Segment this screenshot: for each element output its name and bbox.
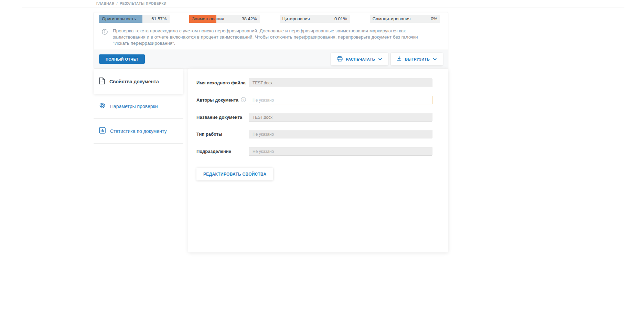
bar-chart-icon — [99, 127, 106, 135]
export-button-label: ВЫГРУЗИТЬ — [405, 57, 430, 61]
print-button[interactable]: РАСПЕЧАТАТЬ — [331, 53, 388, 65]
breadcrumb-current: РЕЗУЛЬТАТЫ ПРОВЕРКИ — [120, 2, 167, 6]
source-file-name-label: Имя исходного файла — [196, 80, 249, 85]
tab-label: Статистика по документу — [110, 128, 167, 134]
stat-label: Оригинальность — [99, 16, 136, 21]
summary-actions: ПОЛНЫЙ ОТЧЕТ РАСПЕЧАТАТЬ ВЫГРУЗИТЬ — [94, 50, 448, 68]
breadcrumb: ГЛАВНАЯ/РЕЗУЛЬТАТЫ ПРОВЕРКИ — [96, 2, 167, 6]
document-title-label: Название документа — [196, 115, 249, 120]
form-row: Подразделение — [196, 147, 432, 156]
full-report-button[interactable]: ПОЛНЫЙ ОТЧЕТ — [99, 54, 145, 64]
form-row: Название документа — [196, 113, 432, 122]
sidebar-tabs: Свойства документа Параметры проверки Ст… — [94, 69, 183, 144]
document-title-field[interactable] — [249, 113, 432, 122]
stat-label: Самоцитирования — [370, 16, 411, 21]
form-row: Тип работы — [196, 130, 432, 138]
document-authors-label: Авторы документа ? — [196, 97, 249, 103]
report-export-group: РАСПЕЧАТАТЬ ВЫГРУЗИТЬ — [331, 53, 443, 65]
source-file-name-field[interactable] — [249, 79, 432, 87]
results-page: ГЛАВНАЯ/РЕЗУЛЬТАТЫ ПРОВЕРКИ Оригинальнос… — [0, 0, 644, 313]
tab-check-parameters[interactable]: Параметры проверки — [94, 94, 183, 119]
stat-label: Заимствования — [189, 16, 224, 21]
print-button-label: РАСПЕЧАТАТЬ — [346, 57, 375, 61]
score-bars: Оригинальность 61.57% Заимствования 38.4… — [94, 12, 448, 23]
document-authors-field[interactable] — [249, 96, 432, 104]
info-icon — [102, 29, 108, 46]
department-field[interactable] — [249, 147, 432, 156]
stat-label: Цитирования — [280, 16, 310, 21]
export-button[interactable]: ВЫГРУЗИТЬ — [391, 53, 443, 65]
self-citations-bar: Самоцитирования 0% — [370, 15, 440, 23]
tab-label: Параметры проверки — [110, 104, 158, 109]
paraphrase-note: Проверка текста происходила с учетом пои… — [94, 23, 448, 46]
chevron-down-icon — [433, 57, 437, 61]
breadcrumb-home-link[interactable]: ГЛАВНАЯ — [96, 2, 115, 6]
top-bar: ГЛАВНАЯ/РЕЗУЛЬТАТЫ ПРОВЕРКИ — [0, 0, 644, 8]
tab-document-statistics[interactable]: Статистика по документу — [94, 119, 183, 144]
tab-document-properties[interactable]: Свойства документа — [94, 69, 183, 94]
plagiarism-bar: Заимствования 38.42% — [189, 15, 260, 23]
citations-bar: Цитирования 0.01% — [280, 15, 350, 23]
edit-properties-button[interactable]: РЕДАКТИРОВАТЬ СВОЙСТВА — [196, 168, 273, 180]
stat-value: 38.42% — [242, 16, 260, 21]
breadcrumb-separator: / — [117, 2, 118, 6]
document-properties-panel: Имя исходного файла Авторы документа ? Н… — [188, 69, 448, 252]
stat-value: 0% — [431, 16, 440, 21]
download-icon — [397, 56, 402, 62]
work-type-label: Тип работы — [196, 132, 249, 137]
document-icon — [99, 77, 105, 86]
chevron-down-icon — [378, 57, 382, 61]
department-label: Подразделение — [196, 149, 249, 154]
tab-label: Свойства документа — [109, 79, 159, 84]
stat-value: 0.01% — [334, 16, 350, 21]
svg-text:?: ? — [243, 98, 245, 101]
printer-icon — [337, 56, 343, 62]
top-divider — [22, 8, 624, 8]
gear-icon — [99, 102, 106, 110]
stat-value: 61.57% — [151, 16, 170, 21]
originality-bar: Оригинальность 61.57% — [99, 15, 170, 23]
work-type-field[interactable] — [249, 130, 432, 138]
check-summary-card: Оригинальность 61.57% Заимствования 38.4… — [94, 12, 448, 69]
help-icon[interactable]: ? — [241, 97, 246, 103]
form-row: Имя исходного файла — [196, 79, 432, 87]
form-row: Авторы документа ? — [196, 96, 432, 104]
paraphrase-note-text: Проверка текста происходила с учетом пои… — [113, 28, 428, 46]
